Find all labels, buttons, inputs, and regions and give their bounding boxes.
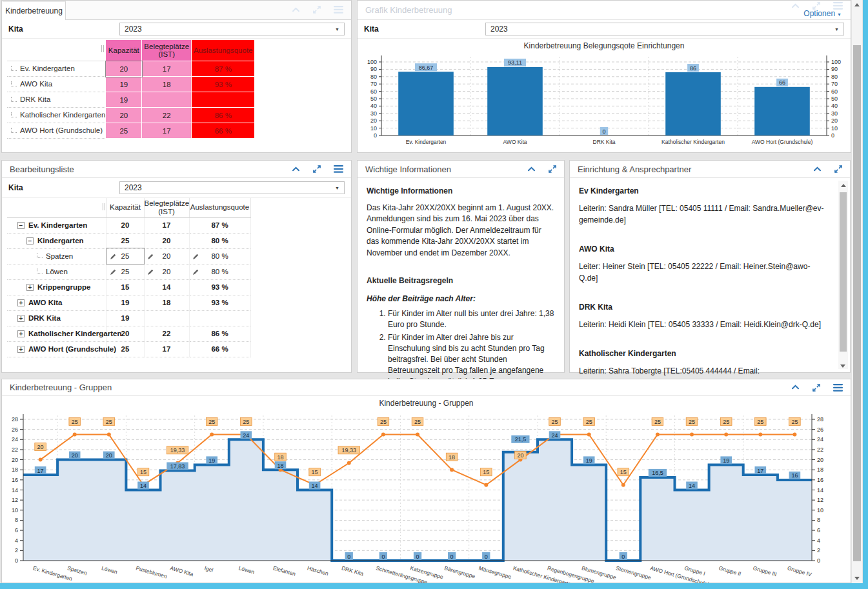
belegteplaetze-cell[interactable]: 20 (144, 248, 189, 264)
expand-node-icon[interactable]: + (17, 346, 25, 353)
kapazitaet-cell[interactable]: 25 (106, 233, 144, 248)
auslastungsquote-cell[interactable]: 66 % (192, 123, 255, 139)
page-scrollbar[interactable] (851, 0, 862, 583)
scroll-down-icon[interactable] (840, 364, 845, 368)
edit-pencil-icon[interactable] (193, 254, 199, 259)
collapse-icon[interactable] (791, 3, 800, 9)
collapse-icon[interactable] (527, 166, 536, 172)
menu-icon[interactable] (833, 384, 843, 392)
scroll-up-icon[interactable] (841, 184, 846, 187)
kapazitaet-cell[interactable]: 20 (106, 217, 144, 233)
auslastungsquote-cell[interactable] (189, 310, 250, 326)
auslastungsquote-cell[interactable]: 80 % (189, 264, 250, 279)
belegteplaetze-cell[interactable]: 18 (144, 295, 189, 310)
row-label[interactable]: −Kindergarten (7, 233, 106, 248)
expand-icon[interactable] (313, 165, 321, 173)
kita-year-select[interactable]: 2023 ▼ (119, 181, 345, 194)
edit-pencil-icon[interactable] (110, 269, 116, 275)
column-header[interactable]: Belegteplätze (IST) (142, 40, 192, 61)
belegteplaetze-cell[interactable]: 14 (144, 279, 189, 295)
kapazitaet-cell[interactable]: 19 (106, 77, 142, 92)
belegteplaetze-cell[interactable]: 22 (144, 326, 189, 341)
kapazitaet-cell[interactable]: 20 (106, 61, 142, 77)
expand-icon[interactable] (834, 165, 842, 173)
expand-node-icon[interactable]: + (17, 330, 25, 337)
kita-year-select[interactable]: 2023 ▼ (119, 23, 345, 35)
scrollbar-thumb[interactable] (853, 45, 861, 561)
column-resize-handle[interactable] (101, 45, 104, 52)
collapse-icon[interactable] (813, 166, 822, 172)
expand-icon[interactable] (313, 6, 321, 14)
belegteplaetze-cell[interactable]: 17 (142, 123, 192, 139)
expand-icon[interactable] (549, 165, 556, 173)
svg-text:14: 14 (312, 483, 318, 489)
row-label[interactable]: Spatzen (7, 248, 106, 264)
panel-scrollbar[interactable] (838, 181, 848, 369)
auslastungsquote-cell[interactable]: 87 % (192, 61, 255, 77)
expand-icon[interactable] (812, 384, 820, 392)
belegteplaetze-cell[interactable]: 22 (142, 108, 192, 123)
belegteplaetze-cell[interactable]: 20 (144, 264, 189, 279)
row-label[interactable]: +AWO Hort (Grundschule) (7, 341, 106, 357)
auslastungsquote-cell[interactable]: 93 % (192, 77, 255, 92)
svg-text:Gruppe III: Gruppe III (752, 564, 778, 577)
belegteplaetze-cell[interactable]: 20 (144, 233, 189, 248)
collapse-icon[interactable] (292, 166, 300, 172)
column-header[interactable]: Belegteplätze (IST) (144, 198, 189, 217)
auslastungsquote-cell[interactable]: 66 % (189, 341, 250, 357)
auslastungsquote-cell[interactable]: 86 % (192, 108, 255, 123)
scrollbar-thumb[interactable] (840, 192, 847, 352)
optionen-dropdown[interactable]: Optionen▼ (803, 9, 842, 18)
belegteplaetze-cell[interactable] (144, 310, 189, 326)
row-label[interactable]: +Krippengruppe (7, 279, 106, 295)
kapazitaet-cell[interactable]: 15 (106, 279, 144, 295)
belegteplaetze-cell[interactable]: 18 (142, 77, 192, 92)
kapazitaet-cell[interactable]: 25 (106, 123, 142, 139)
collapse-icon[interactable] (292, 7, 300, 13)
edit-pencil-icon[interactable] (110, 254, 116, 259)
kapazitaet-cell[interactable]: 25 (106, 248, 144, 264)
expand-node-icon[interactable]: + (17, 299, 25, 306)
edit-pencil-icon[interactable] (148, 269, 154, 275)
kapazitaet-cell[interactable]: 19 (106, 295, 144, 310)
belegteplaetze-cell[interactable]: 17 (142, 61, 192, 77)
row-label[interactable]: +DRK Kita (7, 310, 106, 326)
collapse-node-icon[interactable]: − (17, 222, 25, 229)
column-header[interactable]: Kapazität (106, 40, 142, 61)
kapazitaet-cell[interactable]: 20 (106, 108, 142, 123)
row-label[interactable]: +AWO Kita (7, 295, 106, 310)
auslastungsquote-cell[interactable]: 87 % (189, 217, 250, 233)
auslastungsquote-cell[interactable]: 86 % (189, 326, 250, 341)
auslastungsquote-cell[interactable] (192, 92, 255, 108)
panel-title: Wichtige Informationen (365, 165, 527, 174)
collapse-icon[interactable] (791, 384, 800, 390)
tab-kinderbetreuung[interactable]: Kinderbetreuung (2, 1, 66, 20)
row-label[interactable]: +Katholischer Kindergarten (7, 326, 106, 341)
auslastungsquote-cell[interactable]: 93 % (189, 279, 250, 295)
expand-node-icon[interactable]: + (17, 315, 25, 322)
column-header[interactable]: Auslastungsquote (192, 40, 255, 61)
kapazitaet-cell[interactable]: 19 (106, 92, 142, 108)
column-resize-handle[interactable] (103, 203, 105, 210)
belegteplaetze-cell[interactable]: 17 (144, 217, 189, 233)
column-header[interactable]: Kapazität (106, 198, 144, 217)
auslastungsquote-cell[interactable]: 93 % (189, 295, 250, 310)
kita-year-select[interactable]: 2023 ▼ (485, 23, 844, 35)
row-label[interactable]: −Ev. Kindergarten (7, 217, 106, 233)
menu-icon[interactable] (334, 6, 343, 14)
scroll-up-icon[interactable] (854, 3, 860, 6)
kapazitaet-cell[interactable]: 19 (106, 310, 144, 326)
scroll-down-icon[interactable] (854, 577, 860, 580)
row-label[interactable]: Löwen (7, 264, 106, 279)
edit-pencil-icon[interactable] (193, 269, 199, 275)
auslastungsquote-cell[interactable]: 80 % (189, 233, 250, 248)
collapse-node-icon[interactable]: − (26, 237, 34, 245)
menu-icon[interactable] (334, 165, 343, 173)
expand-node-icon[interactable]: + (26, 284, 34, 291)
auslastungsquote-cell[interactable]: 80 % (189, 248, 250, 264)
belegteplaetze-cell[interactable] (142, 92, 192, 108)
kapazitaet-cell[interactable]: 25 (106, 264, 144, 279)
belegteplaetze-cell[interactable]: 17 (144, 341, 189, 357)
edit-pencil-icon[interactable] (148, 254, 154, 259)
column-header[interactable]: Auslastungsquote (189, 198, 250, 217)
